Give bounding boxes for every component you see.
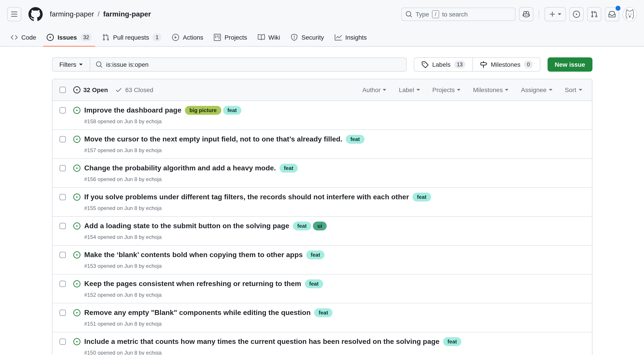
issue-title-link[interactable]: If you solve problems under different ta… [84,192,409,202]
tab-actions[interactable]: Actions [169,29,207,46]
issue-meta: #154 opened on Jun 8 by echoja [84,233,327,241]
tab-projects[interactable]: Projects [210,29,251,46]
your-pull-requests-button[interactable] [587,7,601,21]
tab-issues[interactable]: Issues 32 [43,29,95,46]
tab-code[interactable]: Code [7,29,40,46]
issue-title-link[interactable]: Move the cursor to the next empty input … [84,134,342,145]
hamburger-menu-button[interactable] [7,7,21,21]
open-issues-toggle[interactable]: 32 Open [73,86,108,93]
filters-dropdown-button[interactable]: Filters [52,58,90,71]
labels-label: Labels [432,61,451,68]
issue-row: If you solve problems under different ta… [52,188,592,217]
issue-label-feat[interactable]: feat [305,279,323,288]
issue-label-feat[interactable]: feat [293,222,311,230]
issue-select-checkbox[interactable] [59,136,66,142]
project-icon [214,34,221,41]
issue-label-feat[interactable]: feat [413,193,431,202]
slash-key-hint: / [432,10,439,18]
book-icon [258,34,265,41]
tab-security[interactable]: Security [287,29,328,46]
issue-label-feat[interactable]: feat [279,164,298,173]
chevron-down-icon [549,89,552,91]
tab-label: Security [302,34,324,41]
issue-select-checkbox[interactable] [59,223,66,229]
labels-button[interactable]: Labels 13 [414,58,472,71]
chevron-down-icon [383,89,386,91]
milestones-filter-dropdown[interactable]: Milestones [473,86,509,93]
issue-select-checkbox[interactable] [59,194,66,200]
create-new-button[interactable] [544,7,566,21]
copilot-button[interactable] [519,7,533,21]
closed-issues-toggle[interactable]: 63 Closed [115,86,153,93]
label-filter-dropdown[interactable]: Label [399,86,420,93]
author-filter-dropdown[interactable]: Author [362,86,386,93]
issue-select-checkbox[interactable] [59,107,66,113]
github-mark-icon [28,7,43,21]
closed-count-label: 63 Closed [125,86,153,93]
issues-list: Improve the dashboard page big picturefe… [52,101,592,355]
issue-select-checkbox[interactable] [59,338,66,345]
chevron-down-icon [558,13,561,15]
issue-meta: #150 opened on Jun 8 by echoja [84,349,461,355]
new-issue-button[interactable]: New issue [548,57,592,72]
issue-row: Change the probability algorithm and add… [52,159,592,188]
filter-label: Sort [565,86,576,93]
breadcrumb-separator: / [98,10,100,18]
issues-count-badge: 32 [80,33,92,41]
issue-select-checkbox[interactable] [59,252,66,258]
open-count-label: 32 Open [83,86,108,93]
issue-title-link[interactable]: Add a loading state to the submit button… [84,221,289,231]
issue-meta: #155 opened on Jun 8 by echoja [84,204,431,212]
issue-label-feat[interactable]: feat [346,135,364,144]
filter-label: Label [399,86,414,93]
breadcrumb-owner[interactable]: farming-paper [50,10,94,18]
projects-filter-dropdown[interactable]: Projects [432,86,460,93]
issue-label-ui[interactable]: ui [313,222,326,230]
header-divider [539,10,539,19]
tab-pull-requests[interactable]: Pull requests 1 [99,29,165,46]
issues-search-input[interactable]: is:issue is:open [90,58,406,71]
tab-insights[interactable]: Insights [331,29,370,46]
your-issues-button[interactable] [569,7,584,21]
github-logo[interactable] [28,7,43,21]
issue-select-checkbox[interactable] [59,165,66,171]
assignee-filter-dropdown[interactable]: Assignee [521,86,552,93]
main-content: Filters is:issue is:open Labels 13 Miles… [52,57,592,355]
issues-list-header: 32 Open 63 Closed Author Label Pr [52,79,592,101]
issue-select-checkbox[interactable] [59,310,66,316]
issue-title-link[interactable]: Make the ‘blank’ contents bold when copy… [84,250,303,260]
issue-label-feat[interactable]: feat [314,308,333,317]
sort-dropdown[interactable]: Sort [565,86,582,93]
milestones-button[interactable]: Milestones 0 [472,58,540,71]
issue-select-checkbox[interactable] [59,281,66,287]
issue-labels: feat [305,279,323,288]
issue-open-status-icon [73,136,80,143]
issue-meta: #152 opened on Jun 8 by echoja [84,291,323,299]
issue-labels: feat [443,337,462,346]
issue-title-link[interactable]: Change the probability algorithm and add… [84,163,276,173]
issue-title-link[interactable]: Include a metric that counts how many ti… [84,336,440,347]
issue-title-link[interactable]: Remove any empty "Blank" components whil… [84,307,311,318]
issue-label-big-picture[interactable]: big picture [185,106,221,115]
select-all-checkbox[interactable] [59,87,66,93]
code-icon [11,34,18,41]
avatar[interactable] [623,7,637,21]
milestones-label: Milestones [491,61,520,68]
issue-title-link[interactable]: Improve the dashboard page [84,105,181,116]
pull-requests-count-badge: 1 [153,33,162,41]
issue-label-feat[interactable]: feat [223,106,241,115]
issue-row: Keep the pages consistent when refreshin… [52,274,592,303]
issue-label-feat[interactable]: feat [443,337,462,346]
repo-nav: Code Issues 32 Pull requests 1 Actions P… [0,29,644,46]
breadcrumb-repo[interactable]: farming-paper [103,10,151,18]
issue-title-link[interactable]: Keep the pages consistent when refreshin… [84,278,301,289]
tab-wiki[interactable]: Wiki [254,29,284,46]
tab-label: Code [21,34,36,41]
issue-open-status-icon [73,194,80,201]
global-search-input[interactable]: Type / to search [401,8,516,21]
issue-label-feat[interactable]: feat [306,250,325,259]
issue-open-status-icon [73,309,80,316]
issue-labels: big picturefeat [185,106,241,115]
chevron-down-icon [416,89,420,91]
issue-meta: #158 opened on Jun 8 by echoja [84,117,241,125]
